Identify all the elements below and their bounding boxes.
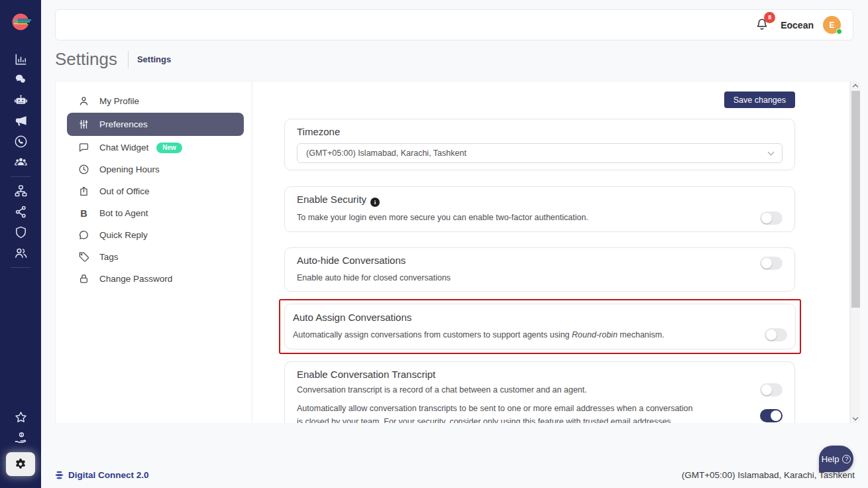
menu-item-label: Out of Office	[99, 186, 150, 196]
shield-icon[interactable]	[8, 222, 33, 243]
sidebar-rail	[0, 0, 41, 488]
header-divider	[128, 51, 129, 68]
contacts-icon[interactable]	[8, 243, 33, 263]
topbar: 8 Eocean E	[55, 9, 853, 40]
menu-item-out-of-office[interactable]: Out of Office	[56, 180, 252, 202]
share-icon[interactable]	[8, 202, 33, 222]
hierarchy-icon[interactable]	[8, 181, 33, 202]
menu-item-label: Bot to Agent	[99, 208, 148, 218]
conversations-icon[interactable]	[8, 70, 33, 90]
settings-menu: My Profile Preferences Chat Widget New O…	[56, 82, 252, 423]
preferences-content: Save changes Timezone (GMT+05:00) Islama…	[252, 82, 849, 423]
enable-security-card: Enable Securityi To make your login even…	[284, 186, 795, 232]
globe-icon	[54, 470, 64, 480]
menu-item-label: Tags	[99, 252, 119, 262]
notifications-bell-icon[interactable]: 8	[754, 17, 771, 34]
transcript-record-description: Conversation transcript is a record of a…	[297, 384, 587, 396]
menu-item-chat-widget[interactable]: Chat Widget New	[56, 137, 252, 158]
auto-assign-card: Auto Assign Conversations Automatically …	[284, 304, 796, 349]
monetize-icon[interactable]	[8, 428, 33, 448]
footer-brand-label: Digital Connect 2.0	[68, 470, 149, 480]
help-button[interactable]: Help ?	[819, 446, 853, 472]
transcript-title: Enable Conversation Transcript	[297, 369, 783, 380]
auto-assign-highlight-border: Auto Assign Conversations Automatically …	[279, 299, 801, 354]
settings-panel: My Profile Preferences Chat Widget New O…	[55, 81, 850, 423]
avatar[interactable]: E	[823, 16, 841, 34]
teams-icon[interactable]	[8, 152, 33, 172]
menu-item-tags[interactable]: Tags	[56, 246, 252, 268]
whatsapp-icon[interactable]	[8, 131, 33, 152]
auto-hide-toggle[interactable]	[760, 257, 783, 270]
enable-security-title: Enable Securityi	[297, 194, 783, 207]
campaigns-icon[interactable]	[8, 111, 33, 131]
help-question-icon: ?	[842, 455, 851, 463]
menu-item-change-password[interactable]: Change Password	[56, 268, 252, 290]
footer-brand[interactable]: Digital Connect 2.0	[54, 470, 149, 480]
user-name: Eocean	[781, 20, 814, 30]
auto-assign-description: Automatically assign conversations from …	[293, 329, 665, 341]
transcript-record-toggle[interactable]	[760, 383, 783, 396]
help-label: Help	[822, 454, 840, 464]
menu-item-preferences[interactable]: Preferences	[67, 113, 244, 136]
timezone-card: Timezone (GMT+05:00) Islamabad, Karachi,…	[284, 119, 795, 170]
footer-timezone: (GMT+05:00) Islamabad, Karachi, Tashkent	[682, 470, 855, 480]
brand-logo[interactable]	[8, 9, 33, 37]
menu-item-my-profile[interactable]: My Profile	[56, 90, 252, 112]
enable-security-toggle[interactable]	[760, 212, 783, 225]
analytics-icon[interactable]	[8, 49, 33, 70]
scroll-up-arrow[interactable]	[851, 81, 860, 90]
page-header: Settings Settings	[55, 49, 171, 70]
avatar-initial: E	[829, 21, 834, 30]
settings-gear-button[interactable]	[6, 452, 35, 476]
menu-item-label: Quick Reply	[99, 230, 148, 240]
content-scrollbar[interactable]	[850, 81, 860, 423]
auto-hide-description: Enable auto hide for closed conversation…	[297, 272, 451, 284]
menu-item-label: Change Password	[99, 274, 172, 284]
auto-assign-toggle[interactable]	[765, 328, 787, 341]
chevron-down-icon	[768, 149, 775, 155]
page-title: Settings	[55, 49, 117, 70]
online-status-dot	[836, 29, 842, 34]
auto-hide-title: Auto-hide Conversations	[297, 255, 451, 266]
rail-divider	[11, 176, 30, 177]
menu-item-label: Opening Hours	[99, 164, 160, 174]
bot-to-agent-icon: B	[78, 208, 90, 219]
menu-item-label: My Profile	[99, 96, 139, 106]
notification-count-badge: 8	[764, 12, 775, 23]
breadcrumb[interactable]: Settings	[137, 54, 171, 64]
new-badge: New	[156, 143, 182, 153]
bot-icon[interactable]	[8, 90, 33, 111]
transcript-email-toggle[interactable]	[760, 409, 783, 422]
timezone-title: Timezone	[297, 126, 783, 137]
auto-hide-card: Auto-hide Conversations Enable auto hide…	[284, 247, 795, 292]
timezone-selected-value: (GMT+05:00) Islamabad, Karachi, Tashkent	[306, 149, 466, 158]
auto-assign-title: Auto Assign Conversations	[293, 312, 787, 323]
scrollbar-thumb[interactable]	[851, 91, 860, 308]
menu-item-label: Chat Widget	[99, 143, 148, 152]
enable-security-description: To make your login even more secure you …	[297, 212, 588, 224]
menu-item-opening-hours[interactable]: Opening Hours	[56, 158, 252, 180]
scroll-down-arrow[interactable]	[851, 414, 860, 423]
rail-divider	[11, 267, 30, 268]
info-icon[interactable]: i	[370, 198, 380, 207]
save-changes-button[interactable]: Save changes	[724, 91, 795, 108]
transcript-email-description: Automatically allow conversation transcr…	[297, 402, 694, 423]
menu-item-quick-reply[interactable]: Quick Reply	[56, 224, 252, 246]
menu-item-bot-to-agent[interactable]: B Bot to Agent	[56, 202, 252, 224]
transcript-card: Enable Conversation Transcript Conversat…	[284, 361, 795, 423]
menu-item-label: Preferences	[99, 119, 148, 129]
star-icon[interactable]	[8, 407, 33, 428]
timezone-select[interactable]: (GMT+05:00) Islamabad, Karachi, Tashkent	[297, 143, 783, 163]
